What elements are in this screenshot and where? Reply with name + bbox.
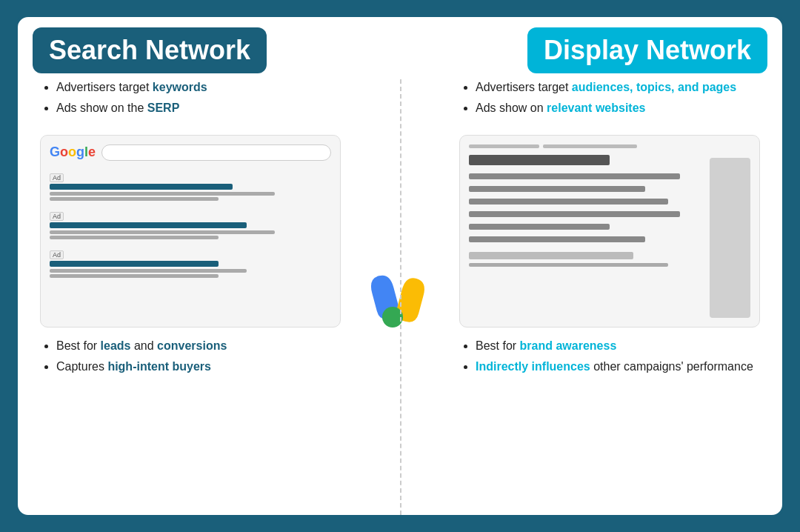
- display-mock-browser: [459, 135, 760, 327]
- ad-label-1: Ad: [50, 173, 64, 182]
- ad-line-2b: [50, 236, 219, 239]
- display-bullet-1: Advertisers target audiences, topics, an…: [476, 79, 760, 96]
- high-intent-highlight: high-intent buyers: [107, 360, 211, 373]
- ad-line-1b: [50, 197, 219, 201]
- ad-title-bar-2: [50, 222, 247, 228]
- ad-result-3: Ad: [50, 247, 331, 278]
- serp-highlight: SERP: [147, 102, 180, 114]
- display-network-title: Display Network: [544, 35, 751, 66]
- display-bullets-bottom: Best for brand awareness Indirectly infl…: [459, 338, 760, 380]
- display-bar-4: [469, 211, 680, 217]
- display-bar-5: [469, 224, 610, 230]
- ad-result-1: Ad: [50, 170, 331, 201]
- content-row: Advertisers target keywords Ads show on …: [18, 79, 782, 515]
- main-card: Search Network Display Network Advertise…: [15, 14, 785, 518]
- ad-line-3a: [50, 269, 247, 273]
- display-header-bar: [469, 155, 610, 165]
- display-content: [469, 144, 704, 318]
- ad-label-3: Ad: [50, 250, 64, 259]
- indirectly-influences-highlight: Indirectly influences: [476, 360, 590, 373]
- display-bullet-3: Best for brand awareness: [476, 338, 760, 354]
- header-row: Search Network Display Network: [18, 17, 782, 79]
- ad-result-2: Ad: [50, 208, 331, 239]
- ad-line-3b: [50, 274, 219, 278]
- audiences-highlight: audiences, topics, and pages: [572, 81, 736, 93]
- display-sidebar-image: [710, 158, 750, 318]
- ad-line-2a: [50, 230, 275, 234]
- google-logo: Google: [50, 144, 96, 160]
- leads-highlight: leads: [101, 339, 131, 352]
- conversions-highlight: conversions: [157, 339, 227, 352]
- display-bar-3: [469, 199, 668, 205]
- keyword-highlight: keywords: [153, 81, 207, 93]
- search-bullet-4: Captures high-intent buyers: [56, 359, 341, 375]
- search-network-title: Search Network: [49, 35, 250, 66]
- brand-awareness-highlight: brand awareness: [520, 339, 617, 352]
- google-search-bar: Google: [50, 144, 331, 161]
- middle-column: [356, 79, 444, 515]
- display-bullets-top: Advertisers target audiences, topics, an…: [459, 79, 760, 122]
- display-network-column: Advertisers target audiences, topics, an…: [444, 79, 767, 515]
- display-bar-6: [469, 236, 645, 242]
- search-bullets-bottom: Best for leads and conversions Captures …: [40, 338, 341, 380]
- ad-label-2: Ad: [50, 212, 64, 221]
- ad-title-bar-1: [50, 184, 233, 190]
- search-network-column: Advertisers target keywords Ads show on …: [33, 79, 356, 515]
- dashed-divider: [400, 79, 401, 515]
- search-box-mock: [101, 144, 331, 161]
- ad-title-bar-3: [50, 261, 219, 267]
- search-mock-browser: Google Ad Ad: [40, 135, 341, 327]
- display-bullet-4: Indirectly influences other campaigns' p…: [476, 359, 760, 375]
- display-bar-1: [469, 173, 680, 179]
- display-network-badge: Display Network: [527, 27, 767, 73]
- search-network-badge: Search Network: [33, 27, 267, 73]
- search-bullet-1: Advertisers target keywords: [56, 79, 341, 96]
- ad-line-1a: [50, 192, 275, 196]
- search-bullet-2: Ads show on the SERP: [56, 100, 341, 116]
- display-bullet-2: Ads show on relevant websites: [476, 100, 760, 116]
- relevant-websites-highlight: relevant websites: [547, 102, 645, 114]
- search-bullet-3: Best for leads and conversions: [56, 338, 341, 354]
- search-bullets-top: Advertisers target keywords Ads show on …: [40, 79, 341, 122]
- display-bar-2: [469, 186, 645, 192]
